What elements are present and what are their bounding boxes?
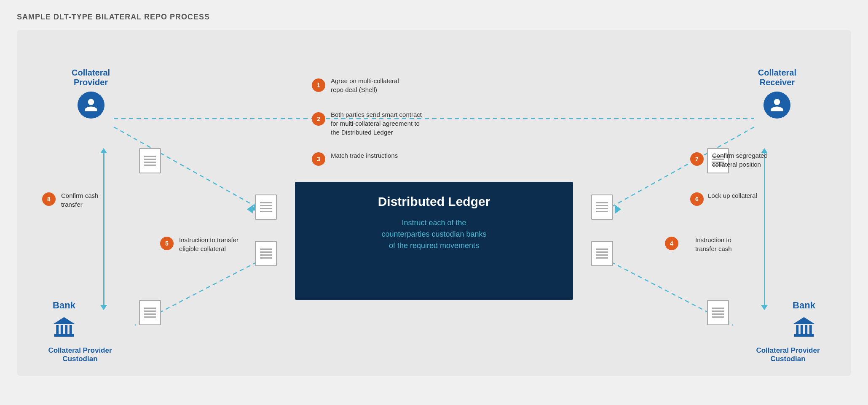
step-7-badge: 7	[690, 152, 704, 166]
svg-rect-8	[56, 325, 59, 334]
custodian-right-label: Collateral ProviderCustodian	[746, 346, 830, 363]
svg-marker-18	[793, 317, 814, 324]
page-wrapper: SAMPLE DLT-TYPE BILATERAL REPO PROCESS C…	[17, 13, 851, 376]
step-3-text: Match trade instructions	[331, 151, 440, 160]
arrow-into-right-doc	[615, 205, 621, 213]
bank-right-icon	[790, 313, 817, 340]
step-3-number: 3	[317, 156, 320, 162]
arrow-right-vertical	[761, 148, 768, 310]
step-3-badge: 3	[312, 152, 325, 166]
step-6-badge: 6	[690, 192, 704, 206]
svg-rect-17	[809, 325, 812, 334]
collateral-receiver-label: CollateralReceiver	[758, 68, 796, 87]
svg-rect-11	[70, 325, 72, 334]
step-4-number: 4	[670, 240, 673, 247]
svg-rect-14	[796, 325, 798, 334]
svg-rect-16	[805, 325, 807, 334]
step-4-badge: 4	[665, 237, 678, 250]
svg-rect-10	[65, 325, 67, 334]
bank-right: Bank	[790, 300, 817, 340]
step-8-number: 8	[47, 196, 51, 202]
step-5-text: Instruction to transfereligible collater…	[179, 235, 272, 253]
step-1-number: 1	[317, 82, 320, 89]
step-8-text: Confirm cashtransfer	[61, 191, 133, 209]
doc-icon-bottom-right	[707, 300, 729, 325]
arrow-into-left-doc	[247, 205, 253, 213]
doc-icon-right-ledger	[591, 194, 613, 220]
step-6-text: Lock up collateral	[708, 191, 792, 200]
step-6-number: 6	[695, 196, 699, 202]
step-8-badge: 8	[42, 192, 56, 206]
collateral-receiver: CollateralReceiver	[758, 68, 796, 119]
arrow-left-vertical	[100, 148, 107, 310]
step-1-text: Agree on multi-collateralrepo deal (Shel…	[331, 76, 449, 94]
distributed-ledger-box: Distributed Ledger Instruct each of thec…	[295, 182, 573, 300]
svg-line-1	[114, 127, 257, 207]
step-2-number: 2	[317, 116, 320, 122]
doc-icon-bottom-left	[139, 300, 161, 325]
step-5-badge: 5	[160, 237, 174, 250]
custodian-left-label: Collateral ProviderCustodian	[38, 346, 122, 363]
collateral-receiver-icon	[764, 92, 790, 119]
ledger-subtitle: Instruct each of thecounterparties custo…	[373, 217, 495, 251]
collateral-provider: CollateralProvider	[72, 68, 110, 119]
bank-left-label: Bank	[53, 300, 75, 311]
step-1-badge: 1	[312, 78, 325, 92]
step-7-text: Confirm segregatedcollateral position	[712, 151, 822, 169]
svg-marker-12	[53, 317, 75, 324]
page-title: SAMPLE DLT-TYPE BILATERAL REPO PROCESS	[17, 13, 851, 22]
doc-icon-right-mid	[591, 241, 613, 266]
bank-left-icon	[51, 313, 78, 340]
doc-icon-left-top	[139, 148, 161, 173]
svg-rect-7	[54, 334, 74, 337]
diagram-container: CollateralProvider	[17, 30, 851, 376]
doc-icon-left-ledger	[255, 194, 277, 220]
svg-rect-9	[61, 325, 63, 334]
bank-left: Bank	[51, 300, 78, 340]
step-2-badge: 2	[312, 112, 325, 126]
svg-rect-13	[794, 334, 814, 337]
collateral-provider-label: CollateralProvider	[72, 68, 110, 87]
step-5-number: 5	[165, 240, 169, 247]
collateral-provider-icon	[78, 92, 104, 119]
ledger-title: Distributed Ledger	[378, 194, 490, 209]
step-2-text: Both parties send smart contractfor mult…	[331, 110, 474, 137]
bank-right-label: Bank	[793, 300, 815, 311]
step-4-text: Instruction totransfer cash	[695, 235, 788, 253]
svg-rect-15	[801, 325, 803, 334]
step-7-number: 7	[695, 156, 699, 162]
